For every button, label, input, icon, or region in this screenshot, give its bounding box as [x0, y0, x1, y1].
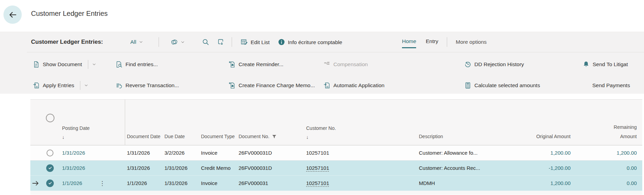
- posting-date-link[interactable]: 1/1/2026: [62, 180, 82, 186]
- reverse-transaction-icon: [115, 82, 122, 89]
- chevron-down-icon[interactable]: [92, 62, 96, 66]
- due-date-cell[interactable]: 3/2/2026: [162, 150, 199, 156]
- calculate-selected-amounts-button[interactable]: Calculate selected amounts: [464, 82, 540, 89]
- dd-rejection-history-button[interactable]: DD Rejection History: [464, 61, 524, 68]
- column-header-due-date[interactable]: Due Date: [162, 100, 199, 145]
- show-document-icon: [33, 61, 40, 68]
- edit-list-button[interactable]: Edit List: [241, 39, 270, 46]
- document-no-cell[interactable]: 26FV000031D: [236, 150, 303, 156]
- divider: [232, 37, 232, 47]
- create-reminder-button[interactable]: Create Reminder...: [229, 61, 283, 68]
- chevron-down-icon[interactable]: [84, 83, 88, 88]
- action-row-1: Show Document Find entries... Create Rem…: [0, 52, 644, 76]
- row-select-circle[interactable]: [47, 150, 53, 156]
- row-indicator-gutter: [30, 100, 41, 145]
- tab-entry[interactable]: Entry: [426, 37, 438, 48]
- column-header-description[interactable]: Description: [415, 100, 510, 145]
- show-document-button[interactable]: Show Document: [33, 60, 96, 69]
- arrow-left-icon: [8, 10, 17, 19]
- calculator-icon: [464, 82, 471, 89]
- open-in-viewer-button[interactable]: [217, 39, 224, 46]
- customer-no-drilldown-link[interactable]: 10257101: [306, 180, 329, 186]
- due-date-cell[interactable]: 1/31/2026: [162, 165, 199, 171]
- customer-no-cell[interactable]: 10257101: [303, 150, 415, 156]
- column-header-customer-no[interactable]: Customer No. ↓: [303, 100, 415, 145]
- check-icon: [48, 166, 52, 170]
- remaining-amount-link[interactable]: 0.00: [627, 165, 637, 171]
- document-no-cell[interactable]: 26FV000031D: [236, 165, 303, 171]
- apply-entries-icon: [33, 82, 40, 89]
- column-header-posting-date[interactable]: Posting Date ↓: [59, 100, 125, 145]
- column-header-remaining-amount[interactable]: Remaining Amount: [572, 100, 638, 145]
- table-row[interactable]: 1/31/2026 1/31/2026 1/31/2026 Credit Mem…: [30, 161, 642, 176]
- check-icon: [48, 181, 52, 185]
- row-selected-check[interactable]: [46, 164, 54, 172]
- original-amount-link[interactable]: 1,200.00: [551, 150, 571, 156]
- row-context-menu-icon[interactable]: ⋮: [99, 180, 105, 186]
- copilot-button[interactable]: [171, 39, 185, 46]
- document-date-cell[interactable]: 1/31/2026: [125, 150, 162, 156]
- description-cell[interactable]: Customer: Allowance fo...: [415, 150, 510, 156]
- info-icon: [278, 39, 285, 46]
- column-header-document-type[interactable]: Document Type: [199, 100, 236, 145]
- column-header-document-no[interactable]: Document No.: [236, 100, 303, 145]
- compensation-icon: [323, 61, 330, 68]
- original-amount-link[interactable]: 1,200.00: [551, 180, 571, 186]
- reverse-transaction-button[interactable]: Reverse Transaction...: [115, 82, 179, 89]
- current-row-arrow-icon: [32, 179, 39, 187]
- compensation-button: Compensation: [323, 61, 368, 68]
- sort-descending-icon: ↓: [62, 133, 64, 141]
- document-no-cell[interactable]: 26FV000031: [236, 180, 303, 186]
- due-date-cell[interactable]: 1/31/2026: [162, 180, 199, 186]
- customer-ledger-entries-page: Customer Ledger Entries Customer Ledger …: [0, 0, 644, 195]
- divider: [159, 37, 159, 47]
- create-reminder-icon: [229, 61, 235, 68]
- more-options-button[interactable]: More options: [456, 39, 487, 45]
- action-row-2: Apply Entries Reverse Transaction... Cre…: [0, 76, 644, 94]
- column-header-document-date[interactable]: Document Date: [125, 100, 162, 145]
- document-type-cell[interactable]: Invoice: [199, 150, 236, 156]
- customer-no-drilldown-link[interactable]: 10257101: [306, 165, 329, 171]
- document-date-cell[interactable]: 1/1/2026: [125, 180, 162, 186]
- search-button[interactable]: [202, 39, 209, 46]
- original-amount-link[interactable]: -1,200.00: [549, 165, 571, 171]
- ledger-entries-table: Posting Date ↓ Document Date Due Date Do…: [30, 99, 642, 195]
- chevron-down-icon: [181, 40, 185, 44]
- create-finance-memo-icon: [229, 82, 235, 89]
- filter-row: Customer Ledger Entries: All Edit List: [0, 32, 644, 52]
- page-viewer-icon: [217, 39, 224, 46]
- send-to-litigation-button[interactable]: Send To Litigat: [583, 61, 628, 68]
- create-finance-charge-memo-button[interactable]: Create Finance Charge Memo...: [229, 82, 315, 89]
- chevron-down-icon: [139, 40, 143, 44]
- info-ecriture-comptable-button[interactable]: Info écriture comptable: [278, 39, 342, 46]
- description-cell[interactable]: Customer: Accounts Rec...: [415, 165, 510, 171]
- list-caption: Customer Ledger Entries:: [31, 39, 103, 45]
- description-cell[interactable]: MDMH: [415, 180, 510, 186]
- action-ribbon: Customer Ledger Entries: All Edit List: [0, 32, 644, 94]
- filter-funnel-icon: [272, 134, 277, 139]
- document-type-cell[interactable]: Invoice: [199, 180, 236, 186]
- column-header-original-amount[interactable]: Original Amount: [510, 100, 572, 145]
- select-all-circle[interactable]: [46, 114, 54, 122]
- apply-entries-button[interactable]: Apply Entries: [33, 81, 88, 90]
- document-type-cell[interactable]: Credit Memo: [199, 165, 236, 171]
- history-icon: [464, 61, 471, 68]
- tab-home[interactable]: Home: [402, 37, 416, 48]
- table-row[interactable]: 1/31/2026 1/31/2026 3/2/2026 Invoice 26F…: [30, 145, 642, 161]
- search-icon: [202, 39, 209, 46]
- remaining-amount-link[interactable]: 1,200.00: [617, 150, 637, 156]
- posting-date-link[interactable]: 1/31/2026: [62, 165, 85, 171]
- row-selected-check[interactable]: [46, 179, 54, 187]
- page-title: Customer Ledger Entries: [31, 10, 108, 18]
- back-button[interactable]: [3, 6, 22, 24]
- automatic-application-button[interactable]: Automatic Application: [323, 82, 384, 89]
- copilot-icon: [171, 39, 178, 46]
- view-selector[interactable]: All: [130, 39, 143, 45]
- table-row[interactable]: 1/1/2026 ⋮ 1/1/2026 1/31/2026 Invoice 26…: [30, 176, 642, 191]
- find-entries-icon: [115, 61, 122, 68]
- document-date-cell[interactable]: 1/31/2026: [125, 165, 162, 171]
- posting-date-link[interactable]: 1/31/2026: [62, 150, 85, 156]
- remaining-amount-link[interactable]: 0.00: [627, 180, 637, 186]
- send-payments-button[interactable]: Send Payments: [592, 82, 630, 89]
- find-entries-button[interactable]: Find entries...: [115, 61, 158, 68]
